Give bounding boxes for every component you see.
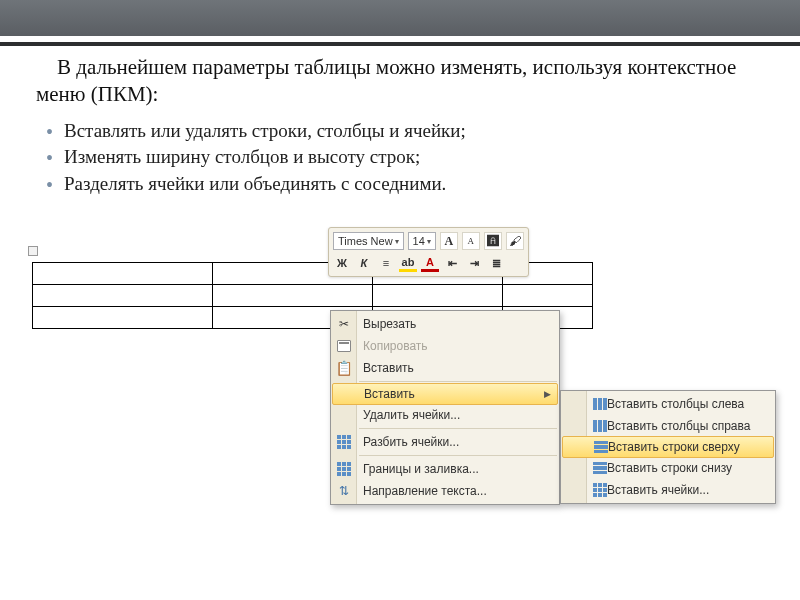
bold-button[interactable]: Ж xyxy=(333,254,351,272)
mini-toolbar[interactable]: Times New▾ 14▾ A A 🅰 🖌 Ж К ≡ ab A ⇤ ⇥ ≣ xyxy=(328,227,529,277)
copy-icon xyxy=(335,338,353,354)
insert-rows-below-icon xyxy=(593,462,607,474)
menu-cut[interactable]: ✂ Вырезать xyxy=(331,313,559,335)
grow-font-button[interactable]: A xyxy=(440,232,458,250)
menu-borders-shading[interactable]: Границы и заливка... xyxy=(331,458,559,480)
menu-delete-cells[interactable]: Удалить ячейки... xyxy=(331,404,559,426)
submenu-cols-left[interactable]: Вставить столбцы слева xyxy=(561,393,775,415)
table-move-handle[interactable] xyxy=(28,246,38,256)
decrease-indent-button[interactable]: ⇤ xyxy=(443,254,461,272)
font-name-combo[interactable]: Times New▾ xyxy=(333,232,404,250)
submenu-insert-cells[interactable]: Вставить ячейки... xyxy=(561,479,775,501)
menu-text-direction[interactable]: ⇅ Направление текста... xyxy=(331,480,559,502)
font-color-button[interactable]: A xyxy=(421,254,439,272)
menu-separator xyxy=(359,428,557,429)
borders-icon xyxy=(335,461,353,477)
slide-top-band xyxy=(0,0,800,36)
insert-cells-icon xyxy=(593,483,607,497)
chevron-right-icon: ▶ xyxy=(544,389,551,399)
italic-button[interactable]: К xyxy=(355,254,373,272)
submenu-rows-below[interactable]: Вставить строки снизу xyxy=(561,457,775,479)
bullet-item: Изменять ширину столбцов и высоту строк; xyxy=(46,144,764,171)
bullet-item: Разделять ячейки или объединять с соседн… xyxy=(46,171,764,198)
insert-cols-left-icon xyxy=(593,398,607,410)
scissors-icon: ✂ xyxy=(335,316,353,332)
menu-split-cells[interactable]: Разбить ячейки... xyxy=(331,431,559,453)
heading-text: В дальнейшем параметры таблицы можно изм… xyxy=(36,54,764,108)
menu-copy[interactable]: Копировать xyxy=(331,335,559,357)
shrink-font-button[interactable]: A xyxy=(462,232,480,250)
highlight-button[interactable]: ab xyxy=(399,254,417,272)
insert-cols-right-icon xyxy=(593,420,607,432)
context-menu: ✂ Вырезать Копировать 📋 Вставить Вставит… xyxy=(330,310,560,505)
insert-submenu: Вставить столбцы слева Вставить столбцы … xyxy=(560,390,776,504)
menu-separator xyxy=(359,381,557,382)
format-painter-button[interactable]: 🖌 xyxy=(506,232,524,250)
text-direction-icon: ⇅ xyxy=(335,483,353,499)
bullet-list: Вставлять или удалять строки, столбцы и … xyxy=(46,118,764,198)
menu-insert-submenu[interactable]: Вставить▶ xyxy=(332,383,558,405)
submenu-rows-above[interactable]: Вставить строки сверху xyxy=(562,436,774,458)
slide-text: В дальнейшем параметры таблицы можно изм… xyxy=(0,50,800,198)
align-center-button[interactable]: ≡ xyxy=(377,254,395,272)
slide-divider xyxy=(0,42,800,46)
split-cells-icon xyxy=(335,434,353,450)
menu-separator xyxy=(359,455,557,456)
increase-indent-button[interactable]: ⇥ xyxy=(465,254,483,272)
submenu-cols-right[interactable]: Вставить столбцы справа xyxy=(561,415,775,437)
bullet-list-button[interactable]: ≣ xyxy=(487,254,505,272)
clipboard-icon: 📋 xyxy=(335,360,353,376)
bullet-item: Вставлять или удалять строки, столбцы и … xyxy=(46,118,764,145)
font-size-combo[interactable]: 14▾ xyxy=(408,232,436,250)
insert-rows-above-icon xyxy=(594,441,608,453)
menu-paste[interactable]: 📋 Вставить xyxy=(331,357,559,379)
styles-button[interactable]: 🅰 xyxy=(484,232,502,250)
